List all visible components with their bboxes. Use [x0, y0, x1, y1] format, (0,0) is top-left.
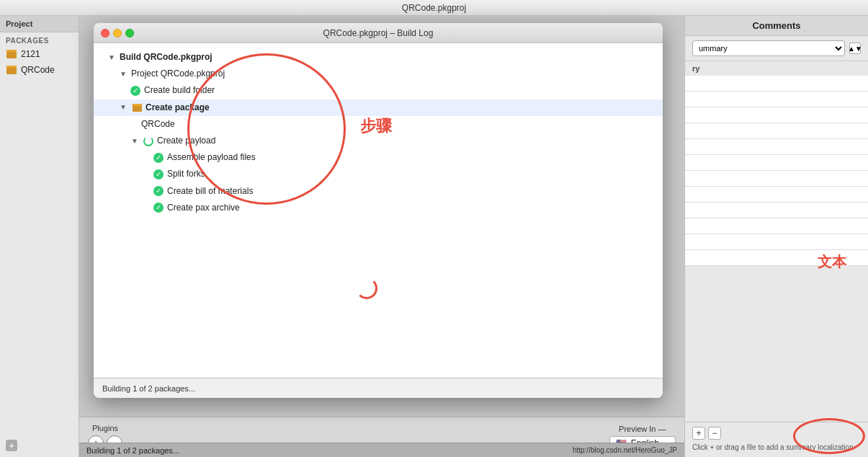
build-log-modal: QRCode.pkgproj – Build Log ▼ Build QRCod… — [94, 23, 663, 398]
rp-line-11 — [685, 234, 868, 250]
summary-select[interactable]: ummary — [692, 40, 845, 56]
title-bar: QRCode.pkgproj — [0, 0, 868, 16]
modal-footer: Building 1 of 2 packages... — [94, 378, 663, 398]
maximize-button[interactable] — [125, 29, 134, 37]
rp-line-4 — [685, 123, 868, 139]
minimize-button[interactable] — [113, 29, 122, 37]
tree-item-pax: ✓ Create pax archive — [94, 200, 663, 216]
tree-label-bill: Create bill of materials — [167, 185, 253, 198]
check-icon-pax: ✓ — [153, 202, 164, 213]
rp-line-7 — [685, 171, 868, 187]
status-bar: Building 1 of 2 packages... http://blog.… — [79, 443, 684, 457]
package-icon-qrcode — [6, 64, 17, 76]
check-icon-split: ✓ — [153, 169, 164, 180]
rp-line-10 — [685, 218, 868, 234]
status-bar-text: Building 1 of 2 packages... — [86, 446, 179, 455]
tree-label-create-package: Create package — [146, 101, 210, 115]
check-icon-build-folder: ✓ — [130, 85, 141, 97]
sidebar-bottom: + — [0, 448, 79, 457]
tree-item-assemble: ✓ Assemble payload files — [94, 149, 663, 166]
tree-label-build-folder: Create build folder — [144, 84, 215, 97]
rp-line-8 — [685, 187, 868, 203]
check-icon-assemble: ✓ — [153, 152, 164, 164]
arrow-icon-3: ▼ — [120, 102, 130, 113]
sidebar-item-label-qrcode: QRCode — [21, 65, 55, 75]
rp-line-6 — [685, 155, 868, 171]
right-panel-header: Comments — [685, 16, 868, 36]
add-package-button[interactable]: + — [6, 440, 17, 451]
sidebar-item-2121[interactable]: 2121 — [0, 46, 79, 62]
rp-line-9 — [685, 203, 868, 218]
select-arrow-button[interactable]: ▲▼ — [849, 43, 861, 54]
modal-title: QRCode.pkgproj – Build Log — [323, 28, 434, 38]
package-icon-2121 — [6, 48, 17, 60]
plugins-label: Plugins — [92, 424, 118, 432]
package-icon-create — [131, 102, 143, 113]
comments-title: Comments — [752, 20, 800, 31]
arrow-icon-4: ▼ — [131, 136, 141, 147]
tree-item-create-payload: ▼ Create payload — [94, 133, 663, 149]
spinner-area — [94, 216, 663, 360]
tree-label-pax: Create pax archive — [167, 201, 240, 215]
arrow-icon: ▼ — [108, 52, 118, 63]
spinner — [356, 278, 377, 299]
arrow-icon-2: ▼ — [120, 68, 130, 80]
tree-label-create-payload: Create payload — [157, 134, 215, 148]
section-title-ry: ry — [685, 61, 868, 76]
tree-item-split-forks: ✓ Split forks — [94, 166, 663, 182]
select-row: ummary ▲▼ — [685, 36, 868, 61]
progress-icon-payload — [143, 136, 154, 147]
right-panel-lines — [685, 76, 868, 422]
modal-titlebar: QRCode.pkgproj – Build Log — [94, 23, 663, 43]
traffic-lights — [101, 29, 134, 37]
sidebar-header: Project — [0, 16, 79, 32]
tree-item-qrcode-name: QRCode — [94, 116, 663, 133]
rp-line-3 — [685, 107, 868, 123]
tree-label-qrcode-name: QRCode — [141, 117, 175, 131]
sidebar-item-label-2121: 2121 — [21, 49, 40, 59]
tree-label-split-forks: Split forks — [167, 167, 205, 181]
localization-hint: Click + or drag a file to add a summary … — [692, 443, 861, 453]
rp-line-12 — [685, 250, 868, 266]
close-button[interactable] — [101, 29, 109, 37]
rp-line-2 — [685, 92, 868, 107]
rp-line-1 — [685, 76, 868, 92]
tree-item-bill: ✓ Create bill of materials — [94, 183, 663, 200]
tree-item-project: ▼ Project QRCode.pkgproj — [94, 66, 663, 82]
tree-item-build-folder: ✓ Create build folder — [94, 82, 663, 99]
window-title: QRCode.pkgproj — [402, 3, 466, 13]
sidebar: Project PACKAGES 2121 QRCode + — [0, 16, 79, 457]
add-remove-row: + − — [692, 427, 861, 440]
modal-body: ▼ Build QRCode.pkgproj ▼ Project QRCode.… — [94, 43, 663, 378]
tree-item-build: ▼ Build QRCode.pkgproj — [94, 49, 663, 66]
tree-label-project: Project QRCode.pkgproj — [131, 67, 225, 81]
tree-label-build: Build QRCode.pkgproj — [120, 50, 212, 64]
status-url: http://blog.csdn.net/HeroGuo_JP — [573, 446, 677, 454]
tree-item-create-package: ▼ Create package — [94, 99, 663, 116]
modal-footer-text: Building 1 of 2 packages... — [102, 384, 195, 393]
add-localization-button[interactable]: + — [692, 427, 705, 440]
sidebar-item-qrcode[interactable]: QRCode — [0, 62, 79, 78]
check-icon-bill: ✓ — [153, 185, 164, 197]
rp-line-5 — [685, 139, 868, 155]
right-panel-bottom: + − Click + or drag a file to add a summ… — [685, 422, 868, 457]
right-panel: Comments ummary ▲▼ ry 文本 — [684, 16, 868, 457]
center-area: QRCode.pkgproj – Build Log ▼ Build QRCod… — [79, 16, 684, 457]
preview-label: Preview In — — [619, 425, 666, 433]
packages-label: PACKAGES — [0, 32, 79, 46]
remove-localization-button[interactable]: − — [708, 427, 721, 440]
tree-label-assemble: Assemble payload files — [167, 151, 256, 164]
